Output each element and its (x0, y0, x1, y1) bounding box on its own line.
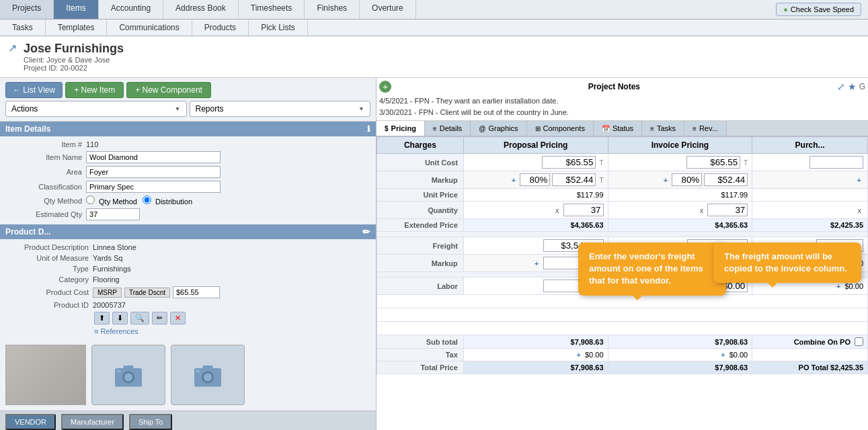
check-save-button[interactable]: Check Save Speed (776, 3, 861, 16)
combine-po-checkbox[interactable] (855, 337, 863, 346)
vendor-tab[interactable]: VENDOR (5, 414, 56, 430)
qty-method-option2[interactable]: Distribution (143, 196, 192, 206)
invoice-quantity-input[interactable] (707, 204, 748, 216)
nav-pick-lists[interactable]: Pick Lists (249, 19, 308, 36)
product-icon-1[interactable]: ⬆ (94, 312, 110, 325)
invoice-unit-cost-t[interactable]: T (744, 159, 748, 167)
actions-dropdown[interactable]: Actions (5, 101, 187, 117)
product-id-row: Product ID 20005737 (3, 300, 373, 310)
status-tab-icon: 📅 (602, 125, 610, 132)
qty-method-option1[interactable]: Qty Method (86, 196, 137, 206)
invoice-tax-value: $0.00 (729, 351, 748, 359)
proposal-total-value: $7,908.63 (571, 363, 604, 372)
tab-rev[interactable]: ≡ Rev... (684, 121, 727, 136)
spacer-1 (377, 295, 868, 308)
invoice-markup-val-input[interactable] (704, 173, 748, 186)
invoice-markup-plus: + (664, 176, 668, 184)
nav-overture[interactable]: Overture (360, 0, 416, 19)
nav-row-1: Projects Items Accounting Address Book T… (0, 0, 868, 19)
nav-projects[interactable]: Projects (0, 0, 54, 19)
notes-expand-button[interactable]: ⤢ (837, 81, 845, 92)
proposal-freight-markup-plus: + (535, 259, 539, 267)
extended-price-row: Extended Price $4,365.63 $4,365.63 $2,42… (377, 219, 868, 232)
thumbnails-area (0, 339, 376, 411)
notes-star-button[interactable]: ★ (848, 81, 857, 92)
reports-dropdown[interactable]: Reports (190, 101, 371, 117)
status-tab-label: Status (613, 124, 633, 132)
info-icon[interactable]: ℹ (367, 124, 370, 134)
nav-communications[interactable]: Communications (107, 19, 192, 36)
nav-items[interactable]: Items (54, 0, 98, 19)
nav-accounting[interactable]: Accounting (99, 0, 163, 19)
tab-details[interactable]: ≡ Details (425, 121, 471, 136)
proposal-subtotal: $7,908.63 (463, 335, 608, 349)
classification-input[interactable] (86, 181, 221, 193)
ship-to-tab[interactable]: Ship To (129, 414, 173, 430)
estimated-qty-input[interactable] (86, 208, 140, 220)
area-input[interactable] (86, 166, 221, 178)
invoice-markup-pct-input[interactable] (672, 173, 702, 186)
notes-add-button[interactable]: + (379, 81, 391, 93)
nav-finishes[interactable]: Finishes (305, 0, 360, 19)
proposal-quantity-times: x (555, 206, 559, 214)
camera-placeholder-1[interactable] (91, 345, 165, 405)
product-icon-3[interactable]: 🔍 (130, 312, 149, 325)
proposal-unit-cost-input[interactable] (542, 156, 596, 169)
project-id: Project ID: 20-0022 (24, 64, 124, 72)
item-name-row: Item Name (3, 150, 373, 165)
extended-price-label: Extended Price (377, 219, 464, 232)
references-link[interactable]: ≡ References (3, 326, 373, 337)
tab-status[interactable]: 📅 Status (594, 121, 642, 136)
purchase-unit-price (752, 189, 868, 202)
expand-icon[interactable]: ↗ (8, 42, 17, 54)
col-charges-header: Charges (377, 137, 464, 154)
spacer-2 (377, 308, 868, 322)
camera-icon-1 (112, 358, 145, 392)
list-view-button[interactable]: List View (5, 82, 63, 98)
type-label: Type (5, 265, 93, 273)
tab-components[interactable]: ⊞ Components (527, 121, 594, 136)
tab-tasks[interactable]: ≡ Tasks (642, 121, 684, 136)
product-icon-4[interactable]: ✏ (152, 312, 167, 325)
quantity-label: Quantity (377, 202, 464, 219)
markup-row: Markup + T + (377, 171, 868, 189)
proposal-markup-t[interactable]: T (599, 177, 603, 184)
unit-cost-label: Unit Cost (377, 154, 464, 171)
new-component-button[interactable]: New Component (126, 82, 211, 98)
product-cost-input[interactable] (173, 286, 220, 298)
tab-graphics[interactable]: @ Graphics (471, 121, 526, 136)
po-total-value: $2,425.35 (830, 363, 863, 372)
nav-address-book[interactable]: Address Book (163, 0, 239, 19)
item-name-input[interactable] (86, 151, 221, 163)
product-icon-5[interactable]: ✕ (170, 312, 186, 325)
trade-discount-button[interactable]: Trade Dscnt (124, 288, 170, 298)
product-icon-2[interactable]: ⬇ (112, 312, 128, 325)
new-item-button[interactable]: New Item (65, 82, 124, 98)
proposal-quantity-input[interactable] (563, 204, 604, 216)
manufacturer-tab[interactable]: Manufacturer (61, 414, 124, 430)
proposal-total: $7,908.63 (463, 361, 608, 374)
purchase-unit-cost-input[interactable] (810, 156, 863, 169)
tab-pricing[interactable]: $ Pricing (377, 121, 425, 136)
notes-text: 4/5/2021 - FPN - They want an earlier in… (379, 95, 865, 118)
notes-collapse-button[interactable]: G (859, 82, 865, 91)
item-number-value: 110 (86, 140, 370, 148)
nav-templates[interactable]: Templates (46, 19, 108, 36)
proposal-unit-price: $117.99 (463, 189, 608, 202)
purchase-tax (752, 349, 868, 361)
camera-placeholder-2[interactable] (171, 345, 245, 405)
product-edit-icon[interactable]: ✏ (362, 226, 370, 237)
tax-row: Tax + $0.00 + $0.00 (377, 349, 868, 361)
proposal-unit-cost-t[interactable]: T (599, 159, 603, 167)
nav-tasks[interactable]: Tasks (0, 19, 46, 36)
proposal-markup-pct-input[interactable] (520, 173, 550, 186)
nav-products[interactable]: Products (192, 19, 249, 36)
camera-icon-2 (191, 358, 225, 392)
msrp-button[interactable]: MSRP (93, 288, 122, 298)
proposal-markup-val-input[interactable] (552, 173, 596, 186)
invoice-markup: + (608, 171, 752, 189)
category-label: Category (5, 275, 93, 284)
nav-timesheets[interactable]: Timesheets (239, 0, 305, 19)
invoice-unit-cost-input[interactable] (686, 156, 740, 169)
project-client: Client: Joyce & Dave Jose (24, 56, 124, 64)
